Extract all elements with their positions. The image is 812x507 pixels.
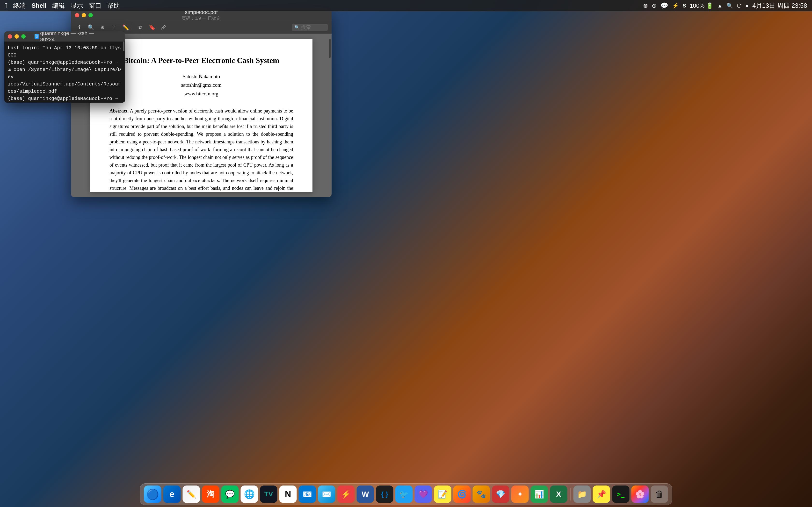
setapp-icon[interactable]: S xyxy=(682,3,686,9)
dock-item-wechat[interactable]: 💬 xyxy=(221,486,239,503)
siri-icon[interactable]: ⊛ xyxy=(643,2,648,9)
screenshot-icon[interactable]: ⬡ xyxy=(737,3,742,9)
paw-icon: 🐾 xyxy=(476,490,486,499)
dock-item-trash[interactable]: 🗑 xyxy=(651,486,668,503)
dock: 🔵 e ✏️ 淘 💬 🌐 TV N 📧 xyxy=(140,483,672,505)
filetransfer-icon: 📁 xyxy=(577,490,587,499)
pdf-zoom-out-icon[interactable]: 🔍 xyxy=(87,23,95,32)
pdf-toolbar-divider-1 xyxy=(133,24,133,31)
dock-item-notchmeister[interactable]: 🌀 xyxy=(453,486,471,503)
dock-item-photos[interactable]: 🌸 xyxy=(631,486,649,503)
stickies2-icon: 📌 xyxy=(597,490,606,499)
discord-icon: 💜 xyxy=(418,490,428,499)
notchmeister-icon: 🌀 xyxy=(457,490,467,499)
menubar-shell[interactable]: Shell xyxy=(32,2,46,9)
dock-item-vscode[interactable]: { } xyxy=(376,486,394,503)
terminal-line-1: Last login: Thu Apr 13 10:08:59 on ttys0… xyxy=(8,44,122,59)
control-center-icon[interactable]: ⊕ xyxy=(652,2,657,9)
dock-item-filetransfer[interactable]: 📁 xyxy=(573,486,591,503)
pdf-annotation-icon[interactable]: 🖊 xyxy=(159,23,168,32)
dock-item-mail[interactable]: ✉️ xyxy=(318,486,336,503)
edge-icon: e xyxy=(169,489,174,499)
pdf-close-button[interactable] xyxy=(75,13,79,17)
dock-item-twitter[interactable]: 🐦 xyxy=(395,486,413,503)
dock-item-craft[interactable]: ✦ xyxy=(511,486,529,503)
pdf-scrollbar[interactable] xyxy=(329,39,331,58)
menubar:  终端 Shell 编辑 显示 窗口 帮助 ⊛ ⊕ 💬 ⚡ S 100% 🔋 … xyxy=(0,0,812,11)
pdf-subtitle: 页码：1/9 — 已锁定 xyxy=(182,15,221,21)
terminal-title: 🖥 quanminkge — -zsh — 80x24 xyxy=(35,32,95,43)
pdf-bookmark-icon[interactable]: 🔖 xyxy=(148,23,156,32)
dock-item-excel[interactable]: X xyxy=(550,486,567,503)
pdf-author-name: Satoshi Nakamoto xyxy=(109,72,293,81)
menubar-window[interactable]: 窗口 xyxy=(89,1,101,10)
dock-item-chrome[interactable]: 🌐 xyxy=(241,486,258,503)
search-icon[interactable]: 🔍 xyxy=(726,3,733,9)
trash-icon: 🗑 xyxy=(655,489,664,499)
dock-item-whiteboard[interactable]: ✏️ xyxy=(183,486,200,503)
menubar-right: ⊛ ⊕ 💬 ⚡ S 100% 🔋 ▲ 🔍 ⬡ ● 4月13日 周四 23:58 xyxy=(643,1,807,10)
dock-item-spark[interactable]: ⚡ xyxy=(337,486,355,503)
terminal-traffic-lights xyxy=(8,34,26,39)
pdf-traffic-lights xyxy=(75,13,93,17)
pdf-minimize-button[interactable] xyxy=(82,13,86,17)
dock-item-edge[interactable]: e xyxy=(163,486,181,503)
dock-item-discord[interactable]: 💜 xyxy=(415,486,432,503)
wifi-icon[interactable]: ▲ xyxy=(717,3,723,9)
terminal-window: 🖥 quanminkge — -zsh — 80x24 Last login: … xyxy=(4,32,125,103)
dock-item-terminal[interactable]: >_ xyxy=(612,486,629,503)
notion-icon: N xyxy=(285,489,291,499)
pdf-search-box[interactable]: 🔍 xyxy=(292,24,328,31)
mail-icon: ✉️ xyxy=(322,490,332,499)
dock-item-word[interactable]: W xyxy=(357,486,374,503)
word-icon: W xyxy=(361,490,369,499)
bluetooth-icon[interactable]: ⚡ xyxy=(672,3,678,9)
menubar-terminal[interactable]: 终端 xyxy=(13,1,26,10)
dock-item-rubymine[interactable]: 💎 xyxy=(492,486,509,503)
pdf-pen-icon[interactable]: ✏️ xyxy=(121,23,130,32)
pdf-share-icon[interactable]: ↑ xyxy=(110,23,118,32)
pdf-maximize-button[interactable] xyxy=(89,13,93,17)
menubar-edit[interactable]: 编辑 xyxy=(52,1,65,10)
terminal-maximize-button[interactable] xyxy=(21,34,26,39)
menulet-icon[interactable]: ● xyxy=(745,3,749,9)
pdf-abstract: Abstract. A purely peer-to-peer version … xyxy=(109,107,293,192)
finder-icon: 🔵 xyxy=(146,489,159,500)
outlook-icon: 📧 xyxy=(303,490,312,499)
apple-menu[interactable]:  xyxy=(5,2,7,10)
pdf-author-block: Satoshi Nakamoto satoshin@gmx.com www.bi… xyxy=(109,72,293,98)
terminal-body[interactable]: Last login: Thu Apr 13 10:08:59 on ttys0… xyxy=(4,42,125,103)
rubymine-icon: 💎 xyxy=(496,490,506,499)
dock-item-finder[interactable]: 🔵 xyxy=(144,486,161,503)
craft-icon: ✦ xyxy=(517,490,523,499)
terminal-line-2: (base) quanminkge@appledeMacBook-Pro ~ %… xyxy=(8,59,122,80)
pdf-info-icon[interactable]: ℹ xyxy=(75,23,84,32)
pdf-copy-icon[interactable]: ⧉ xyxy=(136,23,145,32)
terminal-close-button[interactable] xyxy=(8,34,12,39)
tradingview-icon: TV xyxy=(264,490,273,498)
vscode-icon: { } xyxy=(381,490,388,498)
dock-item-outlook[interactable]: 📧 xyxy=(299,486,316,503)
pdf-paper-title: Bitcoin: A Peer-to-Peer Electronic Cash … xyxy=(109,56,293,66)
menubar-help[interactable]: 帮助 xyxy=(107,1,120,10)
dock-item-taobao[interactable]: 淘 xyxy=(202,486,219,503)
dock-item-notion[interactable]: N xyxy=(280,486,297,503)
dock-item-stickies2[interactable]: 📌 xyxy=(593,486,610,503)
wechat-icon[interactable]: 💬 xyxy=(660,2,668,9)
stickies-icon: 📝 xyxy=(438,490,448,499)
dock-item-numbers[interactable]: 📊 xyxy=(531,486,548,503)
pdf-search-input[interactable] xyxy=(301,24,325,30)
terminal-title-icon: 🖥 xyxy=(35,34,39,39)
pdf-search-icon: 🔍 xyxy=(294,25,300,30)
terminal-scrollbar[interactable] xyxy=(123,42,124,51)
pdf-zoom-in-icon[interactable]: ⊕ xyxy=(98,23,107,32)
twitter-icon: 🐦 xyxy=(399,490,409,499)
terminal-minimize-button[interactable] xyxy=(14,34,19,39)
menubar-view[interactable]: 显示 xyxy=(70,1,83,10)
dock-item-paw[interactable]: 🐾 xyxy=(473,486,490,503)
dock-item-stickies[interactable]: 📝 xyxy=(434,486,451,503)
pdf-abstract-text: A purely peer-to-peer version of electro… xyxy=(109,108,293,192)
whiteboard-icon: ✏️ xyxy=(187,490,196,499)
terminal-line-4: (base) quanminkge@appledeMacBook-Pro ~ % xyxy=(8,95,122,103)
dock-item-tradingview[interactable]: TV xyxy=(260,486,277,503)
